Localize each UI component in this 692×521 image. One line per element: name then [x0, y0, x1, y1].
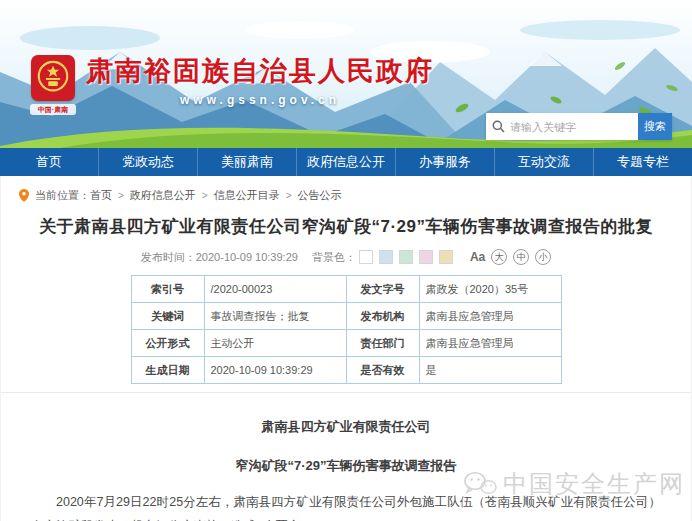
table-row: 生成日期 2020-10-09 10:39:29 是否有效 是 [131, 357, 561, 384]
page: 中国·肃南 肃南裕固族自治县人民政府 www.gssn.gov.cn 搜索 [0, 0, 692, 521]
bg-swatch-pink[interactable] [419, 250, 433, 264]
breadcrumb-link-info-catalog[interactable]: 信息公开目录 [214, 188, 280, 203]
nav-item-interaction[interactable]: 互动交流 [494, 148, 593, 176]
font-size-large-button[interactable]: 大 [491, 249, 507, 265]
site-title: 肃南裕固族自治县人民政府 [86, 55, 434, 89]
table-row: 索引号 /2020-00023 发文字号 肃政发（2020）35号 [131, 276, 561, 303]
info-label: 是否有效 [346, 357, 419, 384]
nav-item-home[interactable]: 首页 [0, 148, 98, 176]
content-area: 当前位置： 首页 > 政府信息公开 > 信息公开目录 > 公告公示 关于肃南县四… [0, 176, 692, 521]
article-meta: 发布时间： 2020-10-09 10:39:29 背景色： Aa 大 中 小 [1, 249, 691, 265]
doc-heading-report: 窄沟矿段“7·29”车辆伤害事故调查报告 [31, 457, 661, 475]
publish-time-label: 发布时间： [141, 250, 196, 265]
info-value: 肃南县应急管理局 [419, 303, 561, 330]
bg-swatch-blue[interactable] [379, 250, 393, 264]
info-value: /2020-00023 [204, 276, 346, 303]
info-value: 是 [419, 357, 561, 384]
breadcrumb-separator: > [118, 190, 124, 201]
info-value: 主动公开 [204, 330, 346, 357]
breadcrumb-prefix: 当前位置： [35, 188, 90, 203]
doc-heading-company: 肃南县四方矿业有限责任公司 [31, 418, 661, 436]
info-label: 公开形式 [131, 330, 204, 357]
doc-paragraph: 2020年7月29日22时25分左右，肃南县四方矿业有限责任公司外包施工队伍（苍… [31, 490, 661, 521]
info-label: 关键词 [131, 303, 204, 330]
table-row: 关键词 事故调查报告；批复 发布机构 肃南县应急管理局 [131, 303, 561, 330]
breadcrumb-link-home[interactable]: 首页 [90, 188, 112, 203]
breadcrumb-link-announcements[interactable]: 公告公示 [298, 188, 342, 203]
document-info-table: 索引号 /2020-00023 发文字号 肃政发（2020）35号 关键词 事故… [131, 275, 562, 384]
bg-swatch-white[interactable] [359, 250, 373, 264]
emblem-caption: 中国·肃南 [30, 104, 76, 115]
breadcrumb-separator: > [202, 190, 208, 201]
font-size-label: Aa [470, 250, 485, 264]
main-nav: 首页 党政动态 美丽肃南 政府信息公开 办事服务 互动交流 专题专栏 [0, 148, 692, 176]
info-label: 发文字号 [346, 276, 419, 303]
nav-item-services[interactable]: 办事服务 [395, 148, 494, 176]
table-row: 公开形式 主动公开 责任部门 肃南县应急管理局 [131, 330, 561, 357]
info-label: 生成日期 [131, 357, 204, 384]
breadcrumb: 当前位置： 首页 > 政府信息公开 > 信息公开目录 > 公告公示 [1, 176, 691, 203]
nav-item-special-topics[interactable]: 专题专栏 [593, 148, 692, 176]
search-button[interactable]: 搜索 [638, 113, 672, 140]
font-size-small-button[interactable]: 小 [535, 249, 551, 265]
national-emblem-icon [31, 55, 75, 101]
site-url: www.gssn.gov.cn [86, 93, 434, 107]
breadcrumb-separator: > [286, 190, 292, 201]
document-body: 肃南县四方矿业有限责任公司 窄沟矿段“7·29”车辆伤害事故调查报告 2020年… [1, 418, 691, 521]
article-title: 关于肃南县四方矿业有限责任公司窄沟矿段“7·29”车辆伤害事故调查报告的批复 [1, 215, 691, 238]
info-value: 2020-10-09 10:39:29 [204, 357, 346, 384]
location-pin-icon [19, 189, 29, 202]
nav-item-beautiful-sunan[interactable]: 美丽肃南 [197, 148, 296, 176]
search-bar: 搜索 [486, 113, 672, 140]
search-icon [492, 120, 505, 133]
info-label: 发布机构 [346, 303, 419, 330]
font-size-medium-button[interactable]: 中 [513, 249, 529, 265]
bg-swatch-green[interactable] [399, 250, 413, 264]
info-value: 肃南县应急管理局 [419, 330, 561, 357]
publish-time-value: 2020-10-09 10:39:29 [196, 251, 298, 263]
info-value: 事故调查报告；批复 [204, 303, 346, 330]
info-value: 肃政发（2020）35号 [419, 276, 561, 303]
nav-item-gov-info[interactable]: 政府信息公开 [296, 148, 395, 176]
nav-item-party-news[interactable]: 党政动态 [98, 148, 197, 176]
search-input[interactable] [510, 121, 632, 133]
site-logo[interactable]: 中国·肃南 肃南裕固族自治县人民政府 www.gssn.gov.cn [30, 55, 434, 115]
breadcrumb-link-gov-info[interactable]: 政府信息公开 [130, 188, 196, 203]
site-banner: 中国·肃南 肃南裕固族自治县人民政府 www.gssn.gov.cn 搜索 [0, 0, 692, 148]
bgcolor-label: 背景色： [312, 250, 356, 265]
info-label: 索引号 [131, 276, 204, 303]
section-divider [1, 392, 691, 393]
bg-swatch-yellow[interactable] [439, 250, 453, 264]
info-label: 责任部门 [346, 330, 419, 357]
